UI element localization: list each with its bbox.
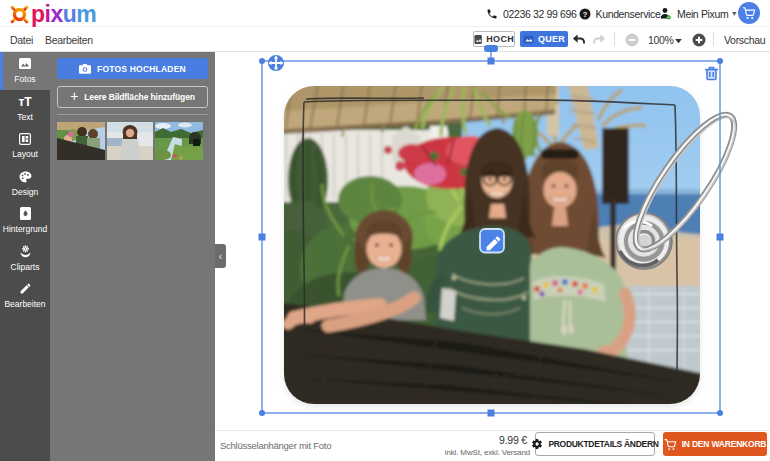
svg-text:?: ? (582, 9, 587, 18)
